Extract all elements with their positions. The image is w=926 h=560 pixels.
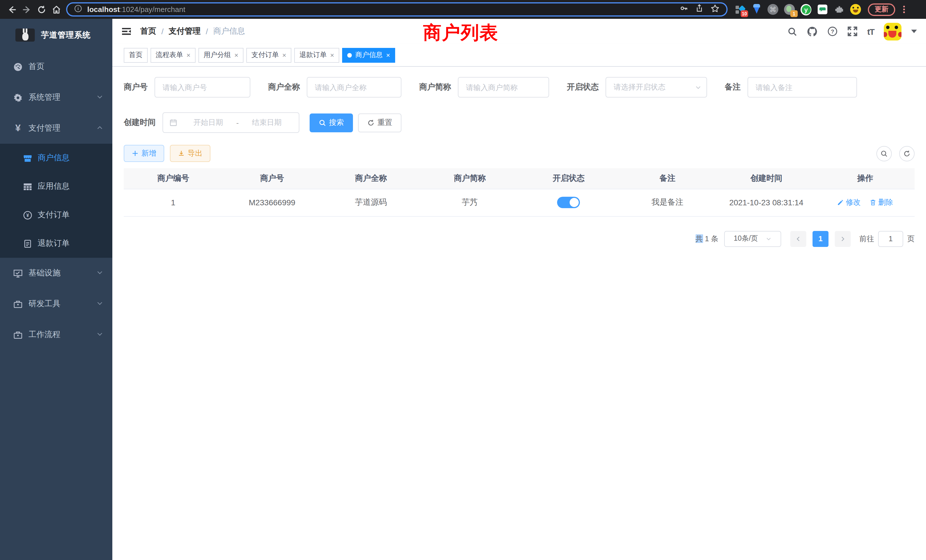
breadcrumb-separator: / (161, 27, 163, 36)
browser-home-icon[interactable] (50, 3, 63, 16)
sidebar-logo[interactable]: 芋道管理系统 (0, 19, 112, 51)
merchant-no-input[interactable] (154, 77, 250, 97)
browser-reload-icon[interactable] (35, 3, 48, 16)
sidebar-submenu-pay: 商户信息 应用信息 ¥ 支付订单 退款订单 (0, 144, 112, 258)
merchant-table: 商户编号 商户号 商户全称 商户简称 开启状态 备注 创建时间 操作 1 M23… (124, 168, 915, 216)
status-select[interactable]: 请选择开启状态 (605, 77, 707, 97)
breadcrumb-pay[interactable]: 支付管理 (169, 26, 201, 36)
extension-tiles-icon[interactable]: 10 (734, 4, 745, 15)
site-info-icon[interactable] (74, 4, 82, 15)
full-name-input[interactable] (307, 77, 401, 97)
github-icon[interactable] (807, 26, 818, 37)
date-separator: - (236, 118, 239, 127)
gear-icon (13, 93, 23, 102)
help-icon[interactable]: ? (828, 26, 838, 36)
create-time-range-picker[interactable]: 开始日期 - 结束日期 (162, 112, 300, 133)
calendar-icon (169, 119, 177, 127)
extension-chat-icon[interactable] (817, 4, 828, 15)
goto-page-input[interactable] (878, 231, 903, 247)
user-avatar[interactable] (884, 23, 902, 40)
logo-rabbit-image (15, 29, 35, 42)
chevron-down-icon (96, 300, 103, 309)
add-button[interactable]: 新增 (124, 145, 164, 162)
sidebar-item-infra[interactable]: 基础设施 (0, 258, 112, 289)
share-icon[interactable] (695, 4, 704, 15)
app-title: 芋道管理系统 (41, 30, 91, 40)
chrome-update-button[interactable]: 更新 (868, 3, 895, 16)
page-size-select[interactable]: 10条/页 (724, 231, 781, 247)
extension-y-icon[interactable]: y (800, 4, 811, 15)
sidebar-item-refund-order[interactable]: 退款订单 (0, 229, 112, 258)
add-button-label: 新增 (141, 148, 156, 159)
sidebar-item-app-info[interactable]: 应用信息 (0, 172, 112, 201)
column-header: 商户简称 (420, 168, 519, 189)
font-size-icon[interactable]: tT (867, 27, 874, 36)
status-toggle[interactable] (557, 197, 580, 208)
chevron-down-icon (766, 236, 772, 242)
tab-refund-order[interactable]: 退款订单 × (294, 48, 339, 62)
delete-link[interactable]: 删除 (870, 197, 893, 207)
breadcrumb-home[interactable]: 首页 (140, 26, 156, 36)
sidebar-item-pay-order[interactable]: ¥ 支付订单 (0, 201, 112, 229)
current-page-button[interactable]: 1 (813, 231, 829, 247)
next-page-button[interactable] (835, 231, 851, 247)
fullscreen-icon[interactable] (847, 26, 858, 36)
sidebar-item-merchant-info[interactable]: 商户信息 (0, 144, 112, 172)
address-bar[interactable]: localhost:1024/pay/merchant (66, 2, 728, 17)
tab-close-icon[interactable]: × (235, 51, 238, 59)
status-label: 开启状态 (567, 82, 605, 92)
sidebar-item-system[interactable]: 系统管理 (0, 82, 112, 113)
tab-pay-order[interactable]: 支付订单 × (246, 48, 291, 62)
reset-button[interactable]: 重置 (358, 113, 401, 132)
browser-back-icon[interactable] (6, 3, 18, 16)
monitor-check-icon (13, 268, 23, 278)
sidebar-item-pay[interactable]: ¥ 支付管理 (0, 113, 112, 144)
reset-button-label: 重置 (377, 118, 392, 128)
filter-row-2: 创建时间 开始日期 - 结束日期 搜索 重置 (124, 112, 915, 133)
toolbox-icon (13, 299, 23, 309)
refresh-button[interactable] (899, 146, 915, 161)
password-key-icon[interactable] (680, 4, 688, 15)
toggle-search-button[interactable] (876, 146, 892, 161)
avatar-caret-icon[interactable] (911, 30, 917, 33)
sidebar-item-home[interactable]: 首页 (0, 51, 112, 82)
browser-forward-icon[interactable] (21, 3, 33, 16)
bookmark-star-icon[interactable] (710, 4, 720, 15)
sidebar-item-workflow[interactable]: 工作流程 (0, 319, 112, 350)
column-header: 开启状态 (519, 168, 618, 189)
header-search-icon[interactable] (787, 27, 797, 36)
active-tab-dot (347, 53, 352, 57)
prev-page-button[interactable] (790, 231, 806, 247)
date-end-placeholder: 结束日期 (241, 118, 292, 128)
tab-close-icon[interactable]: × (186, 51, 191, 59)
chrome-menu-icon[interactable] (900, 6, 908, 13)
sidebar-item-dev-tools[interactable]: 研发工具 (0, 289, 112, 319)
edit-link[interactable]: 修改 (837, 197, 861, 207)
cell-merchant-no: M233666999 (222, 189, 322, 216)
tab-close-icon[interactable]: × (386, 51, 390, 59)
short-name-label: 商户简称 (419, 82, 458, 92)
search-button[interactable]: 搜索 (310, 113, 353, 132)
tab-close-icon[interactable]: × (330, 51, 334, 59)
export-button[interactable]: 导出 (170, 145, 210, 162)
tab-close-icon[interactable]: × (282, 51, 286, 59)
tab-process-form[interactable]: 流程表单 × (151, 48, 195, 62)
tab-label: 流程表单 (156, 50, 183, 60)
extension-gem-icon[interactable] (751, 4, 762, 15)
remark-input[interactable] (747, 77, 857, 97)
column-header: 商户全称 (322, 168, 421, 189)
tab-home[interactable]: 首页 (124, 48, 148, 62)
table-toolbar: 新增 导出 (124, 145, 915, 162)
chevron-down-icon (96, 269, 103, 278)
url-text[interactable]: localhost:1024/pay/merchant (87, 5, 675, 14)
tab-user-group[interactable]: 用户分组 × (198, 48, 244, 62)
tab-merchant-info[interactable]: 商户信息 × (342, 48, 395, 62)
sidebar-collapse-icon[interactable] (121, 27, 132, 36)
extension-command-icon[interactable]: ⌘ (767, 4, 778, 15)
profile-emoji-icon[interactable] (850, 4, 861, 15)
column-header: 商户号 (222, 168, 322, 189)
short-name-input[interactable] (458, 77, 549, 97)
extension-circle-icon[interactable]: 1 (784, 4, 795, 15)
chevron-up-icon (96, 124, 103, 133)
extensions-puzzle-icon[interactable] (834, 4, 844, 15)
